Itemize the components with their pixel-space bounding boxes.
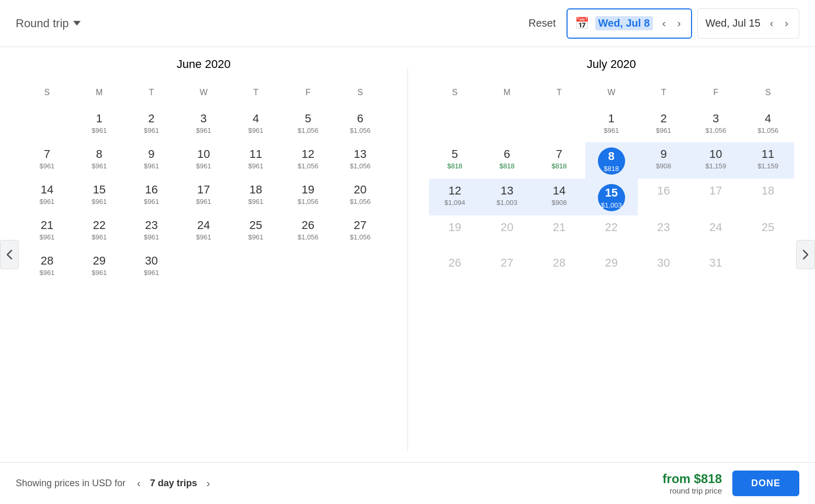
june-calendar: June 2020 S M T W T F S 1$9612$9613$9614…	[0, 58, 407, 462]
return-next-arrow[interactable]: ›	[782, 15, 791, 31]
table-row[interactable]: 23$961	[126, 213, 178, 249]
table-row[interactable]: 9$908	[638, 142, 690, 179]
table-row[interactable]: 25$961	[230, 213, 282, 249]
table-row	[230, 249, 282, 284]
departure-date-selector[interactable]: 📅 Wed, Jul 8 ‹ ›	[567, 8, 693, 39]
showing-text: Showing prices in USD for	[16, 478, 126, 489]
trip-length-selector[interactable]: ‹ 7 day trips ›	[134, 475, 213, 491]
table-row[interactable]: 30$961	[126, 249, 178, 284]
table-row[interactable]: 1$961	[73, 107, 126, 142]
table-row[interactable]: 3$961	[177, 107, 230, 142]
footer: Showing prices in USD for ‹ 7 day trips …	[0, 462, 815, 504]
table-row[interactable]: 2$961	[638, 107, 690, 142]
table-row[interactable]: 16	[638, 179, 690, 215]
table-row	[282, 249, 334, 284]
july-day-s1: S	[429, 84, 481, 101]
june-day-w: W	[177, 84, 230, 101]
from-price: from $818	[663, 472, 722, 486]
table-row[interactable]: 20$1,056	[334, 178, 387, 213]
departure-date-text: Wed, Jul 8	[595, 16, 653, 30]
table-row[interactable]: 17$961	[177, 178, 230, 213]
july-day-w: W	[585, 84, 638, 101]
round-trip-price-label: round trip price	[663, 486, 722, 495]
july-day-headers: S M T W T F S	[429, 84, 795, 101]
table-row[interactable]: 13$1,003	[481, 179, 533, 215]
table-row[interactable]: 26$1,056	[282, 213, 334, 249]
june-day-t1: T	[126, 84, 178, 101]
calendars-container: June 2020 S M T W T F S 1$9612$9613$9614…	[0, 47, 815, 462]
table-row[interactable]: 8$818	[585, 142, 638, 179]
table-row[interactable]: 30	[638, 251, 690, 287]
table-row[interactable]: 5$818	[429, 142, 481, 179]
return-date-text: Wed, Jul 15	[705, 17, 760, 29]
table-row[interactable]: 20	[481, 215, 533, 251]
departure-next-arrow[interactable]: ›	[674, 15, 684, 31]
table-row[interactable]: 26	[429, 251, 481, 287]
table-row[interactable]: 22	[585, 215, 638, 251]
table-row[interactable]: 15$961	[73, 178, 126, 213]
june-day-m: M	[73, 84, 126, 101]
table-row[interactable]: 13$1,056	[334, 142, 387, 178]
table-row[interactable]: 3$1,056	[689, 107, 742, 142]
table-row[interactable]: 28$961	[21, 249, 73, 284]
return-prev-arrow[interactable]: ‹	[767, 15, 777, 31]
table-row[interactable]: 7$818	[533, 142, 585, 179]
table-row[interactable]: 11$961	[230, 142, 282, 178]
table-row[interactable]: 24	[689, 215, 742, 251]
table-row[interactable]: 2$961	[126, 107, 178, 142]
table-row[interactable]: 12$1,056	[282, 142, 334, 178]
table-row[interactable]: 27	[481, 251, 533, 287]
table-row[interactable]: 7$961	[21, 142, 73, 178]
table-row[interactable]: 15$1,003	[585, 179, 638, 215]
trip-length-next[interactable]: ›	[203, 475, 213, 491]
main-content: June 2020 S M T W T F S 1$9612$9613$9614…	[0, 47, 815, 462]
table-row[interactable]: 29	[585, 251, 638, 287]
table-row[interactable]: 25	[742, 215, 794, 251]
table-row[interactable]: 21	[533, 215, 585, 251]
reset-button[interactable]: Reset	[528, 17, 556, 29]
calendar-next-arrow[interactable]	[796, 240, 815, 269]
table-row	[533, 107, 585, 142]
table-row[interactable]: 14$908	[533, 179, 585, 215]
table-row	[429, 107, 481, 142]
table-row[interactable]: 19	[429, 215, 481, 251]
table-row[interactable]: 8$961	[73, 142, 126, 178]
table-row[interactable]: 16$961	[126, 178, 178, 213]
table-row[interactable]: 4$961	[230, 107, 282, 142]
table-row[interactable]: 14$961	[21, 178, 73, 213]
trip-length-prev[interactable]: ‹	[134, 475, 144, 491]
table-row[interactable]: 12$1,094	[429, 179, 481, 215]
table-row[interactable]: 1$961	[585, 107, 638, 142]
table-row[interactable]: 18	[742, 179, 794, 215]
table-row	[177, 249, 230, 284]
table-row[interactable]: 10$961	[177, 142, 230, 178]
table-row[interactable]: 19$1,056	[282, 178, 334, 213]
july-calendar: July 2020 S M T W T F S 1$9612$9613$1,05…	[408, 58, 816, 462]
table-row[interactable]: 17	[689, 179, 742, 215]
done-button[interactable]: DONE	[732, 471, 799, 496]
table-row[interactable]: 6$1,056	[334, 107, 387, 142]
departure-prev-arrow[interactable]: ‹	[659, 15, 669, 31]
round-trip-button[interactable]: Round trip	[16, 17, 81, 30]
round-trip-label: Round trip	[16, 17, 69, 30]
table-row[interactable]: 18$961	[230, 178, 282, 213]
calendar-prev-arrow[interactable]	[0, 240, 19, 269]
july-day-f: F	[689, 84, 742, 101]
table-row[interactable]: 4$1,056	[742, 107, 794, 142]
table-row[interactable]: 5$1,056	[282, 107, 334, 142]
return-date-selector[interactable]: Wed, Jul 15 ‹ ›	[697, 8, 799, 39]
table-row[interactable]: 27$1,056	[334, 213, 387, 249]
table-row[interactable]: 29$961	[73, 249, 126, 284]
table-row[interactable]: 23	[638, 215, 690, 251]
june-day-s2: S	[334, 84, 387, 101]
table-row[interactable]: 21$961	[21, 213, 73, 249]
table-row[interactable]: 24$961	[177, 213, 230, 249]
table-row[interactable]: 22$961	[73, 213, 126, 249]
table-row[interactable]: 10$1,159	[689, 142, 742, 179]
july-day-t1: T	[533, 84, 585, 101]
table-row[interactable]: 31	[689, 251, 742, 287]
table-row[interactable]: 9$961	[126, 142, 178, 178]
table-row[interactable]: 6$818	[481, 142, 533, 179]
table-row[interactable]: 11$1,159	[742, 142, 794, 179]
table-row[interactable]: 28	[533, 251, 585, 287]
